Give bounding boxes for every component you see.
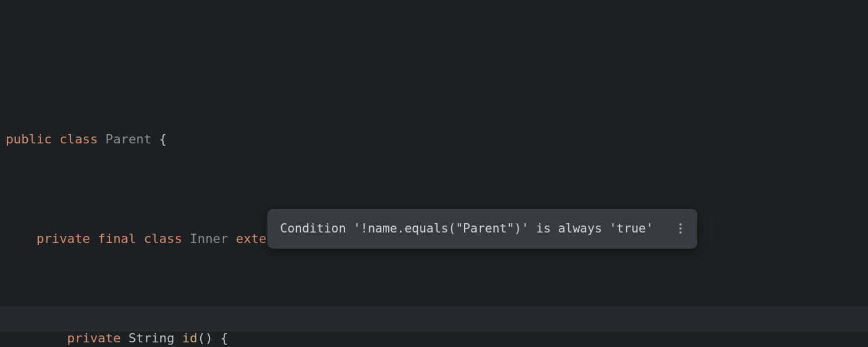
code-editor[interactable]: public class Parent { private final clas… xyxy=(0,0,868,347)
more-actions-icon[interactable] xyxy=(676,223,685,234)
class-name-inner: Inner xyxy=(190,231,228,246)
class-name-parent: Parent xyxy=(105,132,151,146)
inspection-tooltip[interactable]: Condition '!name.equals("Parent")' is al… xyxy=(267,209,697,249)
current-line-highlight xyxy=(0,307,868,331)
keyword-private: private xyxy=(36,231,90,246)
keyword-class: class xyxy=(144,231,182,246)
type-string: String xyxy=(128,331,174,345)
code-line: public class Parent { xyxy=(6,127,862,152)
keyword-public: public xyxy=(6,132,52,146)
keyword-private: private xyxy=(67,331,121,345)
keyword-final: final xyxy=(98,231,136,246)
method-name-id: id xyxy=(182,331,198,345)
keyword-class: class xyxy=(60,132,98,146)
brace-open: { xyxy=(220,331,228,345)
paren-pair: () xyxy=(197,331,213,345)
tooltip-text: Condition '!name.equals("Parent")' is al… xyxy=(280,217,653,241)
brace-open: { xyxy=(159,132,167,146)
